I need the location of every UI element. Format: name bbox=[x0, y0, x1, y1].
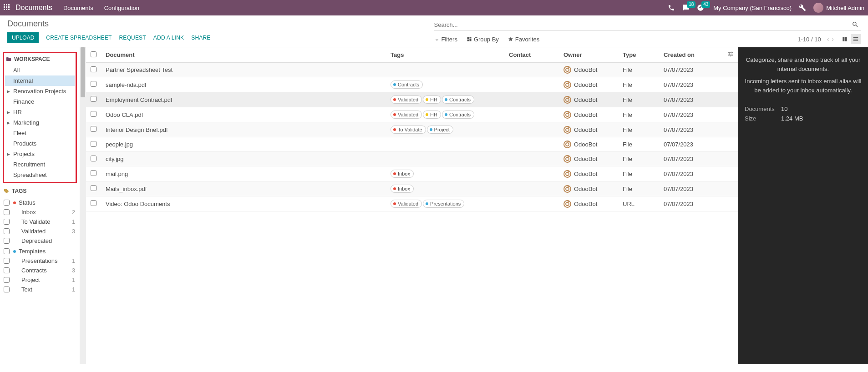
debug-icon[interactable] bbox=[799, 4, 806, 11]
share-button[interactable]: SHARE bbox=[191, 35, 210, 41]
cell-created: 07/07/2023 bbox=[659, 77, 723, 92]
row-checkbox[interactable] bbox=[91, 96, 96, 102]
workspace-item-recruitment[interactable]: Recruitment bbox=[5, 159, 75, 170]
col-tags[interactable]: Tags bbox=[386, 47, 504, 63]
row-checkbox[interactable] bbox=[91, 185, 96, 191]
workspace-item-finance[interactable]: Finance bbox=[5, 96, 75, 107]
pager-next[interactable]: › bbox=[832, 35, 834, 43]
workspace-item-projects[interactable]: ▶Projects bbox=[5, 149, 75, 159]
tag-item-contracts[interactable]: Contracts3 bbox=[3, 266, 77, 275]
phone-icon[interactable] bbox=[668, 4, 675, 11]
cell-contact bbox=[504, 181, 559, 196]
cell-tags bbox=[386, 152, 504, 166]
columns-settings-icon[interactable] bbox=[727, 51, 734, 57]
create-spreadsheet-button[interactable]: CREATE SPREADSHEET bbox=[46, 35, 112, 41]
tag-item-to-validate[interactable]: To Validate1 bbox=[3, 217, 77, 226]
menu-documents[interactable]: Documents bbox=[63, 5, 93, 11]
cell-document: Partner Spreadsheet Test bbox=[101, 63, 386, 77]
row-checkbox[interactable] bbox=[91, 81, 96, 87]
table-row[interactable]: Interior Design Brief.pdfTo ValidateProj… bbox=[86, 122, 738, 137]
menu-configuration[interactable]: Configuration bbox=[104, 5, 139, 11]
table-row[interactable]: Mails_inbox.pdfInboxOdooBotFile07/07/202… bbox=[86, 181, 738, 196]
tag-item-project[interactable]: Project1 bbox=[3, 275, 77, 285]
request-button[interactable]: REQUEST bbox=[119, 35, 146, 41]
cell-owner: OdooBot bbox=[559, 77, 618, 92]
company-selector[interactable]: My Company (San Francisco) bbox=[713, 5, 792, 11]
pager-prev[interactable]: ‹ bbox=[827, 35, 829, 43]
workspace-item-fleet[interactable]: Fleet bbox=[5, 128, 75, 138]
info-desc-2: Incoming letters sent to inbox email ali… bbox=[745, 77, 862, 95]
search-bar[interactable] bbox=[434, 19, 861, 30]
cell-created: 07/07/2023 bbox=[659, 122, 723, 137]
tag-item-text[interactable]: Text1 bbox=[3, 285, 77, 294]
tag-item-presentations[interactable]: Presentations1 bbox=[3, 256, 77, 266]
table-row[interactable]: Partner Spreadsheet TestOdooBotFile07/07… bbox=[86, 63, 738, 77]
row-checkbox[interactable] bbox=[91, 66, 96, 72]
col-document[interactable]: Document bbox=[101, 47, 386, 63]
table-row[interactable]: people.jpgOdooBotFile07/07/2023 bbox=[86, 137, 738, 152]
col-contact[interactable]: Contact bbox=[504, 47, 559, 63]
col-created[interactable]: Created on bbox=[659, 47, 723, 63]
cell-type: File bbox=[618, 181, 659, 196]
tag-group-status[interactable]: Status bbox=[3, 197, 77, 207]
cell-document: Employment Contract.pdf bbox=[101, 92, 386, 107]
workspace-item-spreadsheet[interactable]: Spreadsheet bbox=[5, 170, 75, 180]
list-view-button[interactable] bbox=[851, 34, 861, 44]
kanban-view-button[interactable] bbox=[840, 34, 850, 44]
cell-contact bbox=[504, 122, 559, 137]
add-link-button[interactable]: ADD A LINK bbox=[153, 35, 184, 41]
cell-owner: OdooBot bbox=[559, 181, 618, 196]
table-row[interactable]: Video: Odoo DocumentsValidatedPresentati… bbox=[86, 196, 738, 211]
row-checkbox[interactable] bbox=[91, 156, 96, 161]
select-all-checkbox[interactable] bbox=[91, 51, 96, 57]
stat-docs-value: 10 bbox=[781, 106, 787, 112]
cell-type: File bbox=[618, 77, 659, 92]
cell-contact bbox=[504, 92, 559, 107]
group-by-button[interactable]: Group By bbox=[467, 36, 499, 43]
cell-tags bbox=[386, 63, 504, 77]
favorites-button[interactable]: Favorites bbox=[508, 36, 539, 43]
upload-button[interactable]: UPLOAD bbox=[7, 32, 39, 43]
cell-tags: Contracts bbox=[386, 77, 504, 92]
tag-item-deprecated[interactable]: Deprecated bbox=[3, 236, 77, 246]
messages-icon[interactable]: 18 bbox=[682, 4, 690, 11]
tags-header: TAGS bbox=[3, 188, 77, 194]
cell-document: sample-nda.pdf bbox=[101, 77, 386, 92]
tag-item-inbox[interactable]: Inbox2 bbox=[3, 207, 77, 217]
apps-icon[interactable] bbox=[4, 4, 11, 11]
table-row[interactable]: Employment Contract.pdfValidatedHRContra… bbox=[86, 92, 738, 107]
table-row[interactable]: mail.pngInboxOdooBotFile07/07/2023 bbox=[86, 166, 738, 181]
workspace-item-internal[interactable]: Internal bbox=[5, 75, 75, 86]
stat-docs-label: Documents bbox=[745, 106, 781, 112]
cell-type: URL bbox=[618, 196, 659, 211]
cell-contact bbox=[504, 107, 559, 122]
table-row[interactable]: sample-nda.pdfContractsOdooBotFile07/07/… bbox=[86, 77, 738, 92]
cell-tags: ValidatedPresentations bbox=[386, 196, 504, 211]
table-row[interactable]: Odoo CLA.pdfValidatedHRContractsOdooBotF… bbox=[86, 107, 738, 122]
cell-type: File bbox=[618, 92, 659, 107]
workspace-item-all[interactable]: All bbox=[5, 65, 75, 75]
row-checkbox[interactable] bbox=[91, 141, 96, 147]
user-menu[interactable]: Mitchell Admin bbox=[813, 3, 864, 13]
row-checkbox[interactable] bbox=[91, 111, 96, 117]
tag-item-validated[interactable]: Validated3 bbox=[3, 226, 77, 236]
search-icon[interactable] bbox=[852, 21, 859, 28]
workspace-item-hr[interactable]: ▶HR bbox=[5, 107, 75, 117]
row-checkbox[interactable] bbox=[91, 170, 96, 176]
col-type[interactable]: Type bbox=[618, 47, 659, 63]
row-checkbox[interactable] bbox=[91, 126, 96, 132]
scrollbar[interactable] bbox=[80, 47, 86, 364]
table-row[interactable]: city.jpgOdooBotFile07/07/2023 bbox=[86, 152, 738, 166]
clock-icon[interactable]: 43 bbox=[697, 4, 704, 11]
workspace-item-renovation-projects[interactable]: ▶Renovation Projects bbox=[5, 86, 75, 96]
pager: 1-10 / 10 bbox=[797, 36, 821, 43]
workspace-item-products[interactable]: Products bbox=[5, 138, 75, 149]
col-owner[interactable]: Owner bbox=[559, 47, 618, 63]
workspace-item-marketing[interactable]: ▶Marketing bbox=[5, 117, 75, 128]
tag-group-templates[interactable]: Templates bbox=[3, 246, 77, 256]
cell-owner: OdooBot bbox=[559, 137, 618, 152]
app-brand[interactable]: Documents bbox=[15, 4, 52, 12]
filters-button[interactable]: Filters bbox=[434, 36, 457, 43]
row-checkbox[interactable] bbox=[91, 200, 96, 206]
search-input[interactable] bbox=[434, 21, 852, 28]
